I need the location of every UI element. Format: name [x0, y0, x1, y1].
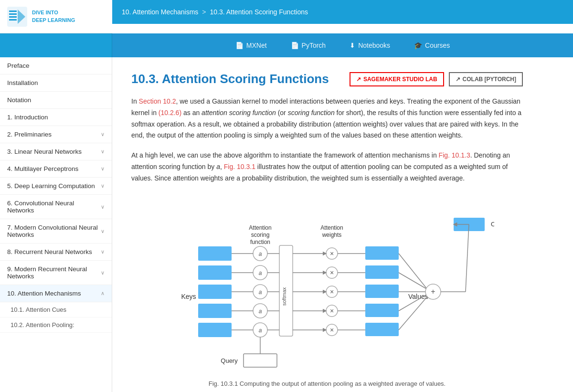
breadcrumb-separator: >: [202, 8, 206, 16]
svg-line-79: [466, 224, 469, 292]
chevron-down-icon: ∨: [101, 270, 105, 276]
notebooks-link[interactable]: ⬇ Notebooks: [350, 42, 390, 49]
breadcrumb-current: 10.3. Attention Scoring Functions: [210, 8, 308, 16]
svg-text:weights: weights: [322, 232, 342, 238]
svg-text:×: ×: [330, 250, 334, 257]
svg-rect-4: [9, 19, 17, 21]
mxnet-icon: 📄: [235, 42, 244, 49]
attention-diagram: Keys Attention scoring function a a: [131, 194, 523, 387]
page-title: 10.3. Attention Scoring Functions: [131, 72, 342, 86]
chevron-up-icon: ∧: [101, 290, 105, 297]
notebooks-label: Notebooks: [358, 42, 390, 49]
colab-button[interactable]: ↗ COLAB [PYTORCH]: [449, 72, 523, 86]
svg-text:function: function: [250, 239, 270, 245]
logo-text: DIVE INTO DEEP LEARNING: [32, 9, 75, 24]
svg-rect-60: [365, 285, 399, 298]
fig-10-1-3-link[interactable]: Fig. 10.1.3: [439, 151, 470, 159]
svg-rect-61: [365, 304, 399, 317]
svg-text:+: +: [431, 287, 435, 296]
svg-line-73: [399, 297, 427, 330]
chevron-down-icon: ∨: [101, 131, 105, 138]
logo: DIVE INTO DEEP LEARNING: [0, 0, 112, 33]
attention-diagram-svg: Keys Attention scoring function a a: [160, 194, 494, 375]
svg-line-70: [399, 273, 427, 289]
sub-header: 📄 MXNet 📄 PyTorch ⬇ Notebooks 🎓 Courses: [112, 33, 573, 57]
body-paragraph-1: In Section 10.2, we used a Gaussian kern…: [131, 96, 523, 141]
svg-text:softmax: softmax: [281, 287, 287, 306]
svg-text:Attention: Attention: [320, 224, 343, 231]
svg-rect-11: [198, 323, 232, 337]
sidebar-item-rnn[interactable]: 8. Recurrent Neural Networks ∨: [0, 244, 112, 261]
sidebar-sub-item-attention-pooling[interactable]: 10.2. Attention Pooling:: [0, 318, 112, 333]
svg-rect-3: [9, 16, 17, 18]
chevron-down-icon: ∨: [101, 228, 105, 234]
external-link-icon: ↗: [356, 76, 361, 83]
svg-text:Output: Output: [491, 221, 494, 228]
logo-icon: [7, 7, 27, 27]
svg-text:a: a: [259, 308, 262, 315]
chevron-down-icon: ∨: [101, 183, 105, 189]
section-10-2-link[interactable]: Section 10.2: [139, 97, 176, 105]
sidebar-item-cnn[interactable]: 6. Convolutional Neural Networks ∨: [0, 195, 112, 219]
sidebar-sub-item-attention-cues[interactable]: 10.1. Attention Cues: [0, 302, 112, 318]
sidebar-item-installation[interactable]: Installation: [0, 74, 112, 92]
svg-text:scoring: scoring: [251, 232, 270, 238]
sidebar-item-modern-rnn[interactable]: 9. Modern Recurrent Neural Networks ∨: [0, 261, 112, 285]
svg-text:Keys: Keys: [181, 293, 196, 300]
svg-text:×: ×: [330, 269, 334, 276]
eq-10-2-6-link[interactable]: (10.2.6): [159, 109, 181, 117]
svg-text:×: ×: [330, 326, 334, 334]
svg-rect-2: [9, 13, 17, 15]
body-paragraph-2: At a high level, we can use the above al…: [131, 150, 523, 184]
content-area: 10.3. Attention Scoring Functions ↗ SAGE…: [112, 57, 573, 392]
chevron-down-icon: ∨: [101, 148, 105, 155]
svg-text:Attention: Attention: [249, 224, 271, 231]
top-header: 10. Attention Mechanisms > 10.3. Attenti…: [112, 0, 573, 24]
svg-line-69: [399, 254, 427, 289]
svg-text:a: a: [259, 289, 262, 296]
svg-text:×: ×: [330, 307, 334, 315]
svg-rect-30: [244, 354, 277, 367]
mxnet-label: MXNet: [246, 42, 267, 49]
svg-rect-9: [198, 285, 232, 299]
sidebar-item-modern-cnn[interactable]: 7. Modern Convolutional Neural Networks …: [0, 219, 112, 244]
pytorch-label: PyTorch: [302, 42, 326, 49]
sagemaker-button[interactable]: ↗ SAGEMAKER STUDIO LAB: [350, 72, 444, 86]
chevron-down-icon: ∨: [101, 249, 105, 255]
sidebar-item-preliminaries[interactable]: 2. Preliminaries ∨: [0, 126, 112, 143]
sidebar-item-preface[interactable]: Preface: [0, 57, 112, 74]
svg-rect-62: [365, 323, 399, 336]
sidebar-item-linear[interactable]: 3. Linear Neural Networks ∨: [0, 143, 112, 160]
mxnet-link[interactable]: 📄 MXNet: [235, 42, 267, 49]
chevron-down-icon: ∨: [101, 166, 105, 172]
sidebar-item-multilayer[interactable]: 4. Multilayer Perceptrons ∨: [0, 160, 112, 178]
svg-text:Query: Query: [221, 357, 238, 364]
pytorch-icon: 📄: [291, 42, 299, 49]
svg-text:×: ×: [330, 288, 334, 296]
chevron-down-icon: ∨: [101, 204, 105, 210]
sidebar: Preface Installation Notation 1. Introdu…: [0, 57, 112, 392]
svg-text:a: a: [259, 270, 262, 276]
courses-link[interactable]: 🎓 Courses: [414, 42, 450, 49]
pytorch-link[interactable]: 📄 PyTorch: [291, 42, 326, 49]
sidebar-item-attention[interactable]: 10. Attention Mechanisms ∧: [0, 285, 112, 302]
sidebar-item-introduction[interactable]: 1. Introduction: [0, 109, 112, 126]
courses-icon: 🎓: [414, 42, 422, 49]
sidebar-item-notation[interactable]: Notation: [0, 92, 112, 109]
diagram-caption: Fig. 10.3.1 Computing the output of atte…: [209, 380, 446, 387]
svg-text:a: a: [259, 327, 262, 334]
svg-rect-58: [365, 246, 399, 260]
svg-rect-59: [365, 265, 399, 279]
svg-rect-8: [198, 265, 232, 280]
svg-rect-1: [9, 11, 17, 12]
notebooks-icon: ⬇: [350, 42, 355, 49]
external-link-icon-2: ↗: [456, 76, 460, 83]
svg-rect-10: [198, 304, 232, 318]
svg-text:a: a: [259, 251, 262, 257]
courses-label: Courses: [425, 42, 450, 49]
svg-rect-7: [198, 246, 232, 261]
breadcrumb-parent[interactable]: 10. Attention Mechanisms: [122, 8, 198, 16]
fig-10-3-1-link[interactable]: Fig. 10.3.1: [224, 163, 255, 170]
sidebar-item-deep-learning-comp[interactable]: 5. Deep Learning Computation ∨: [0, 178, 112, 195]
